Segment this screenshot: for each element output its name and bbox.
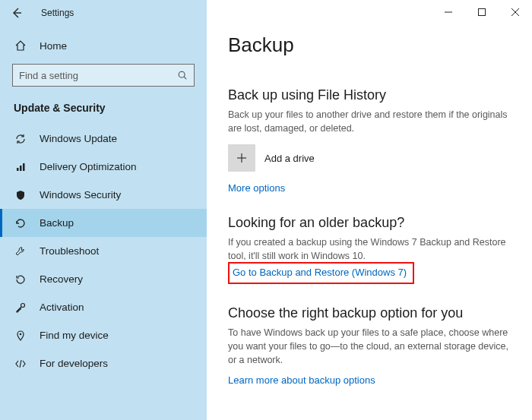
sidebar-item-backup[interactable]: Backup — [0, 209, 207, 237]
sidebar-item-label: Backup — [40, 217, 74, 229]
search-input[interactable] — [19, 70, 163, 81]
home-icon — [14, 39, 27, 52]
choose-option-heading: Choose the right backup option for you — [228, 305, 515, 321]
location-icon — [14, 330, 27, 342]
optimization-icon — [14, 161, 27, 173]
older-backup-description: If you created a backup using the Window… — [228, 235, 515, 263]
sidebar-item-label: Recovery — [40, 273, 83, 285]
svg-rect-9 — [479, 9, 486, 16]
sidebar-item-activation[interactable]: Activation — [0, 293, 207, 321]
svg-point-1 — [179, 71, 185, 77]
wrench-icon — [14, 245, 27, 257]
add-drive-button[interactable]: Add a drive — [228, 144, 515, 172]
search-input-container[interactable] — [12, 64, 195, 87]
search-icon — [177, 70, 188, 81]
backup-restore-win7-link[interactable]: Go to Backup and Restore (Windows 7) — [233, 267, 407, 278]
more-options-link[interactable]: More options — [228, 182, 515, 194]
sidebar-item-label: Activation — [40, 302, 84, 313]
window-controls — [432, 0, 532, 24]
shield-icon — [14, 189, 27, 201]
svg-rect-5 — [23, 163, 25, 171]
sync-icon — [14, 133, 27, 145]
close-button[interactable] — [499, 0, 532, 24]
highlight-annotation: Go to Backup and Restore (Windows 7) — [228, 262, 414, 284]
svg-rect-3 — [17, 168, 19, 171]
file-history-description: Back up your files to another drive and … — [228, 108, 515, 135]
key-icon — [14, 302, 27, 314]
minimize-button[interactable] — [432, 0, 465, 24]
sidebar-item-windows-security[interactable]: Windows Security — [0, 181, 207, 209]
sidebar-item-home[interactable]: Home — [0, 32, 207, 59]
svg-point-6 — [21, 303, 25, 307]
sidebar-item-find-my-device[interactable]: Find my device — [0, 321, 207, 349]
sidebar-section-header: Update & Security — [0, 97, 207, 125]
sidebar-nav: Windows Update Delivery Optimization Win… — [0, 125, 207, 377]
add-drive-label: Add a drive — [264, 153, 315, 164]
sidebar-item-recovery[interactable]: Recovery — [0, 265, 207, 293]
svg-point-7 — [20, 333, 22, 335]
maximize-button[interactable] — [465, 0, 499, 24]
sidebar-item-label: Find my device — [40, 330, 109, 341]
sidebar-item-label: Home — [40, 40, 67, 52]
recovery-icon — [14, 273, 27, 286]
sidebar-item-label: For developers — [40, 358, 108, 369]
svg-rect-4 — [20, 166, 22, 171]
sidebar-item-delivery-optimization[interactable]: Delivery Optimization — [0, 153, 207, 181]
sidebar-item-troubleshoot[interactable]: Troubleshoot — [0, 237, 207, 265]
plus-icon — [228, 144, 255, 172]
sidebar-item-label: Delivery Optimization — [40, 161, 137, 172]
choose-option-description: To have Windows back up your files to a … — [228, 326, 515, 367]
code-icon — [14, 358, 27, 370]
older-backup-heading: Looking for an older backup? — [228, 215, 515, 231]
backup-icon — [14, 217, 27, 229]
sidebar-item-for-developers[interactable]: For developers — [0, 349, 207, 377]
page-title: Backup — [228, 33, 515, 57]
sidebar-item-windows-update[interactable]: Windows Update — [0, 125, 207, 153]
svg-line-2 — [184, 77, 186, 79]
sidebar-item-label: Troubleshoot — [40, 245, 99, 257]
sidebar: Settings Home Update & Security Windows … — [0, 0, 207, 420]
sidebar-item-label: Windows Security — [40, 189, 121, 201]
learn-more-link[interactable]: Learn more about backup options — [228, 374, 515, 386]
titlebar-left: Settings — [0, 0, 207, 26]
back-button[interactable] — [11, 7, 23, 19]
file-history-heading: Back up using File History — [228, 87, 515, 103]
content-pane: Backup Back up using File History Back u… — [207, 0, 532, 420]
window-title: Settings — [41, 8, 74, 18]
sidebar-item-label: Windows Update — [40, 133, 117, 144]
